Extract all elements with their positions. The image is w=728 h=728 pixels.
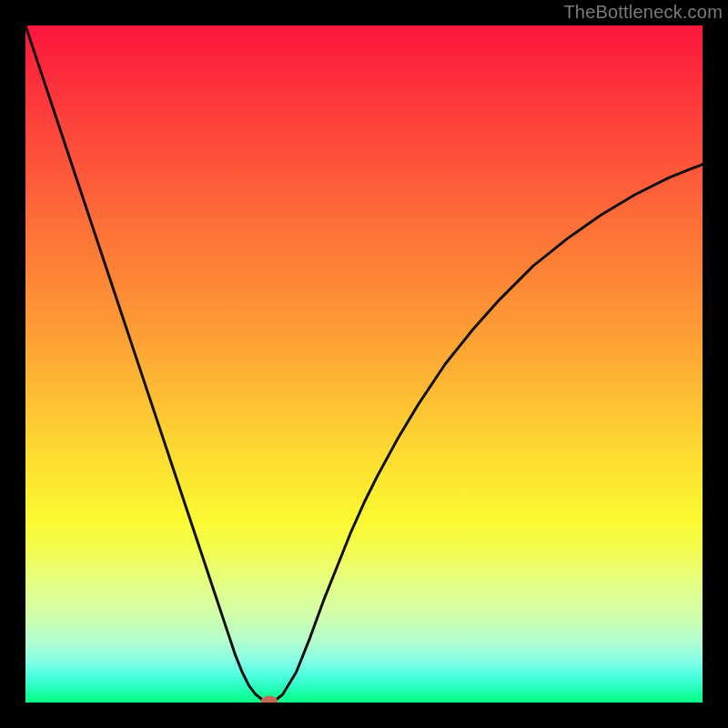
curve-layer (25, 25, 703, 703)
minimum-marker (261, 696, 278, 703)
chart-frame (25, 25, 703, 703)
watermark-text: TheBottleneck.com (563, 2, 723, 23)
plot-area (25, 25, 703, 703)
bottleneck-curve (25, 25, 703, 702)
